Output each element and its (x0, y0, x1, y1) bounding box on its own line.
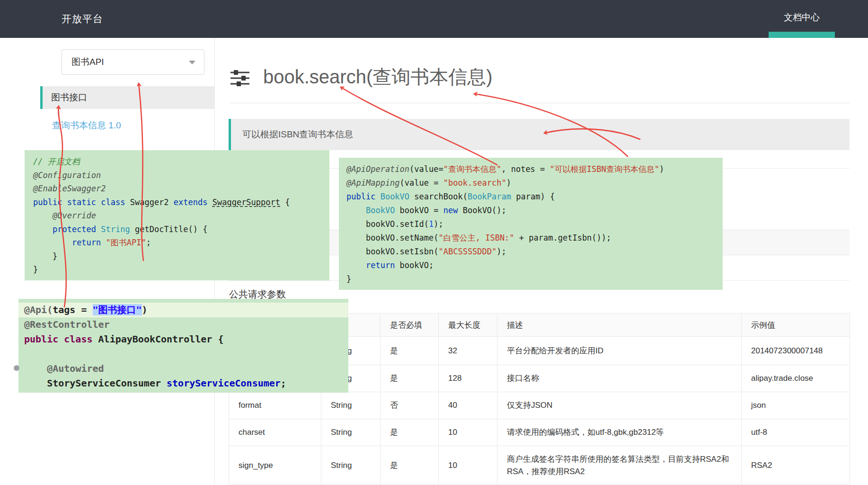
code-line: // 开启文档 (33, 155, 321, 169)
api-select-dropdown[interactable]: 图书API (62, 49, 204, 75)
table-cell: alipay.trade.close (742, 365, 850, 392)
code-line: BookVO bookVO = new BookVO(); (346, 204, 715, 217)
code-line: protected String getDocTitle() { (33, 223, 321, 236)
code-line (24, 347, 343, 361)
code-line: return "图书API"; (33, 236, 321, 250)
table-cell: charset (229, 419, 321, 446)
code-line: @RestController (24, 317, 343, 332)
table-cell: 商户生成签名字符串所使用的签名算法类型，目前支持RSA2和RSA，推荐使用RSA… (497, 446, 742, 485)
table-cell: 32 (439, 337, 497, 365)
code-line: @Configuration (33, 169, 321, 182)
code-line: public static class Swagger2 extends Swa… (33, 196, 321, 209)
table-cell: 否 (381, 392, 439, 419)
table-cell: 是 (381, 446, 439, 485)
chevron-down-icon (189, 61, 195, 64)
code-line: @ApiMapping(value = "book.search") (346, 176, 715, 190)
table-row: sign_typeString是10商户生成签名字符串所使用的签名算法类型，目前… (229, 446, 850, 485)
code-line: StoryServiceConsumer storyServiceConsume… (24, 376, 343, 391)
sidebar-group-label: 图书接口 (43, 86, 214, 109)
code-line: } (33, 263, 321, 277)
table-cell: format (229, 392, 321, 419)
editor-gutter-icon (14, 365, 19, 371)
sidebar-item-search-book-doc[interactable]: 查询书本信息 1.0 (52, 119, 121, 132)
table-cell: String (321, 446, 381, 485)
api-select-value: 图书API (71, 50, 104, 74)
table-cell: 10 (439, 446, 497, 485)
table-cell: 40 (439, 392, 497, 419)
table-cell: sign_type (229, 446, 321, 485)
code-line: @Override (33, 209, 321, 223)
code-line: bookVO.setIsbn("ABCSSSSDDD"); (346, 245, 715, 259)
table-row: formatString否40仅支持JSONjson (229, 392, 850, 419)
code-line: @Api(tags = "图书接口") (18, 303, 348, 317)
column-header: 示例值 (742, 314, 850, 337)
table-cell: 平台分配给开发者的应用ID (497, 337, 742, 365)
code-line: @EnableSwagger2 (33, 182, 321, 196)
top-navbar: 开放平台 文档中心 (0, 0, 868, 38)
table-cell: 仅支持JSON (497, 392, 742, 419)
nav-doc-center-link[interactable]: 文档中心 (769, 0, 835, 38)
table-cell: utf-8 (742, 419, 850, 446)
column-header: 描述 (497, 314, 742, 337)
table-cell: 接口名称 (497, 365, 742, 392)
code-line: public class AlipayBookController { (24, 332, 343, 347)
code-snippet-swagger-config: // 开启文档@Configuration@EnableSwagger2publ… (25, 150, 329, 280)
code-line: } (33, 250, 321, 263)
code-line: return bookVO; (346, 259, 715, 272)
table-cell: 请求使用的编码格式，如utf-8,gbk,gb2312等 (497, 419, 742, 446)
table-cell: RSA2 (742, 446, 850, 485)
table-row: charsetString是10请求使用的编码格式，如utf-8,gbk,gb2… (229, 419, 850, 446)
page-title: book.search(查询书本信息) (263, 65, 493, 88)
code-snippet-search-method: @ApiOperation(value="查询书本信息", notes = "可… (339, 158, 723, 290)
table-cell: 2014072300007148 (742, 337, 850, 365)
code-line: } (346, 272, 715, 286)
table-cell: 是 (381, 365, 439, 392)
table-cell: 10 (439, 419, 497, 446)
api-description-banner: 可以根据ISBN查询书本信息 (229, 119, 850, 150)
code-snippet-controller: @Api(tags = "图书接口")@RestControllerpublic… (18, 299, 348, 393)
code-line: @Autowired (24, 361, 343, 376)
brand-title: 开放平台 (62, 0, 103, 38)
table-cell: String (321, 392, 381, 419)
table-cell: 128 (439, 365, 497, 392)
api-description-text: 可以根据ISBN查询书本信息 (231, 119, 850, 150)
table-cell: json (742, 392, 850, 419)
sliders-icon (230, 69, 250, 89)
code-line: bookVO.setId(1); (346, 217, 715, 231)
column-header: 是否必填 (381, 314, 439, 337)
table-cell: 是 (381, 419, 439, 446)
sidebar-item-book-api-group[interactable]: 图书接口 (40, 86, 214, 109)
table-cell: String (321, 419, 381, 446)
code-line: bookVO.setName("白雪公主, ISBN:" + param.get… (346, 231, 715, 245)
code-line: @ApiOperation(value="查询书本信息", notes = "可… (346, 162, 715, 176)
table-cell: 是 (381, 337, 439, 365)
column-header: 最大长度 (439, 314, 497, 337)
title-divider (230, 103, 850, 103)
code-line: public BookVO searchBook(BookParam param… (346, 190, 715, 204)
